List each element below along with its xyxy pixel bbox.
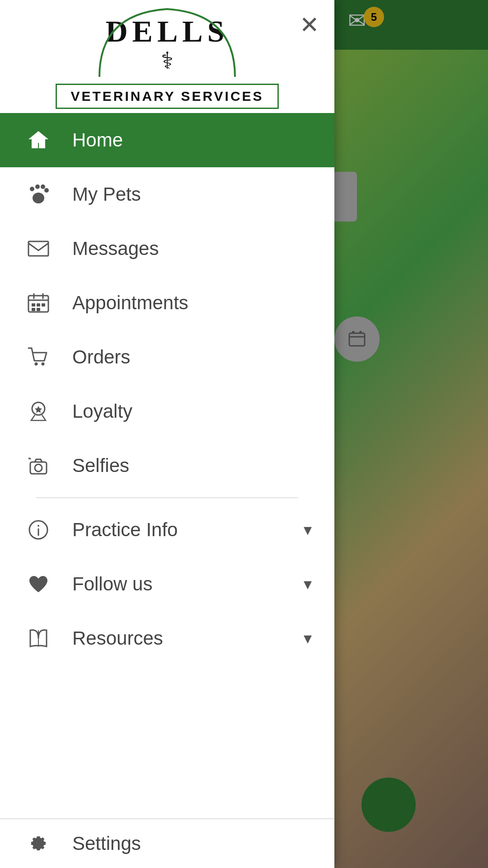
home-label: Home bbox=[72, 129, 312, 151]
svg-rect-15 bbox=[37, 303, 40, 307]
paw-icon bbox=[23, 179, 54, 210]
navigation-drawer: DELLS ⚕ VETERINARY SERVICES ✕ Home bbox=[0, 0, 334, 868]
follow-us-label: Follow us bbox=[72, 573, 299, 595]
nav-item-resources[interactable]: Resources ▾ bbox=[0, 611, 334, 665]
selfies-label: Selfies bbox=[72, 455, 312, 476]
svg-point-8 bbox=[33, 193, 44, 203]
messages-label: Messages bbox=[72, 238, 312, 259]
practice-info-label: Practice Info bbox=[72, 519, 299, 541]
nav-item-follow-us[interactable]: Follow us ▾ bbox=[0, 557, 334, 611]
loyalty-label: Loyalty bbox=[72, 401, 312, 422]
my-pets-label: My Pets bbox=[72, 184, 312, 205]
logo-subtitle: VETERINARY SERVICES bbox=[70, 89, 263, 104]
appointments-label: Appointments bbox=[72, 292, 312, 314]
info-icon bbox=[23, 514, 54, 546]
gear-icon bbox=[23, 828, 54, 859]
nav-item-messages[interactable]: Messages bbox=[0, 222, 334, 276]
nav-item-home[interactable]: Home bbox=[0, 113, 334, 167]
svg-point-7 bbox=[44, 188, 49, 193]
cart-icon bbox=[23, 341, 54, 373]
svg-point-24 bbox=[35, 464, 42, 472]
logo-container: DELLS ⚕ VETERINARY SERVICES bbox=[56, 5, 278, 109]
svg-point-20 bbox=[42, 363, 45, 366]
book-icon bbox=[23, 623, 54, 654]
follow-us-chevron: ▾ bbox=[304, 575, 312, 594]
svg-point-4 bbox=[30, 187, 34, 191]
svg-rect-17 bbox=[32, 308, 35, 311]
close-button[interactable]: ✕ bbox=[296, 11, 323, 38]
practice-info-chevron: ▾ bbox=[304, 520, 312, 539]
svg-rect-9 bbox=[28, 241, 48, 256]
resources-label: Resources bbox=[72, 627, 299, 649]
nav-item-practice-info[interactable]: Practice Info ▾ bbox=[0, 503, 334, 557]
svg-rect-16 bbox=[42, 303, 45, 307]
mail-icon bbox=[23, 233, 54, 264]
nav-item-orders[interactable]: Orders bbox=[0, 330, 334, 384]
svg-point-5 bbox=[35, 184, 40, 189]
svg-rect-14 bbox=[32, 303, 35, 307]
svg-point-19 bbox=[35, 363, 38, 366]
settings-label: Settings bbox=[72, 833, 312, 854]
calendar-icon bbox=[23, 287, 54, 319]
heart-icon bbox=[23, 568, 54, 600]
nav-item-selfies[interactable]: Selfies bbox=[0, 439, 334, 493]
resources-chevron: ▾ bbox=[304, 629, 312, 648]
camera-icon bbox=[23, 450, 54, 481]
orders-label: Orders bbox=[72, 346, 312, 368]
logo-subtitle-box: VETERINARY SERVICES bbox=[56, 84, 278, 109]
svg-point-27 bbox=[38, 525, 39, 527]
svg-rect-18 bbox=[37, 308, 40, 311]
nav-divider bbox=[36, 497, 298, 498]
home-icon bbox=[23, 124, 54, 156]
svg-point-6 bbox=[41, 184, 45, 189]
nav-item-loyalty[interactable]: Loyalty bbox=[0, 384, 334, 439]
logo-area: DELLS ⚕ VETERINARY SERVICES ✕ bbox=[0, 0, 334, 113]
nav-item-appointments[interactable]: Appointments bbox=[0, 276, 334, 330]
nav-section: Home My Pets Me bbox=[0, 113, 334, 818]
nav-item-my-pets[interactable]: My Pets bbox=[0, 167, 334, 222]
loyalty-icon bbox=[23, 396, 54, 427]
nav-item-settings[interactable]: Settings bbox=[0, 818, 334, 868]
